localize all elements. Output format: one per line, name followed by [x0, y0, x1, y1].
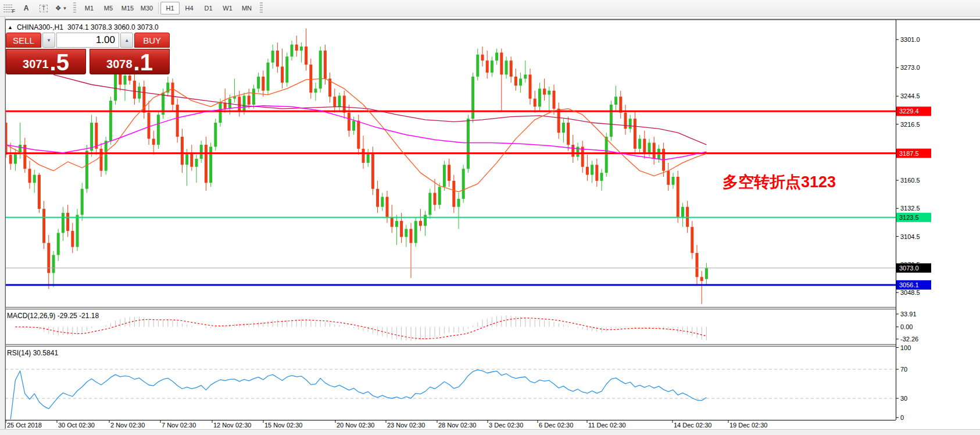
candle-body: [391, 217, 394, 227]
candle-body: [243, 95, 246, 110]
symbol-label: CHINA300-,H1: [17, 23, 63, 31]
price-tick-label: 3160.5: [900, 177, 920, 184]
sell-button[interactable]: SELL: [6, 33, 41, 48]
candle-body: [357, 121, 360, 149]
time-tick-label: 25 Oct 2018: [7, 422, 42, 429]
candle-body: [95, 123, 98, 149]
candle-body: [448, 165, 450, 181]
bid-int: 3071: [23, 58, 49, 70]
volume-decrease-button[interactable]: ▼: [42, 33, 55, 48]
candle-body: [343, 95, 346, 112]
candle-body: [443, 165, 446, 187]
candle-body: [124, 76, 127, 85]
candle-body: [395, 221, 398, 227]
candle-body: [285, 56, 288, 83]
candle-body: [257, 77, 260, 89]
candle-body: [42, 209, 45, 243]
rsi-tick-label: 30: [900, 395, 907, 402]
candle-body: [100, 149, 103, 171]
candle-body: [348, 113, 350, 131]
candle-body: [500, 52, 503, 74]
candle-body: [71, 231, 74, 247]
candle-body: [309, 65, 312, 92]
bid-price-box[interactable]: 3071 .5: [6, 49, 86, 74]
price-tick-label: 3244.5: [900, 92, 920, 99]
rsi-label: RSI(14) 30.5841: [7, 349, 58, 357]
candle-body: [205, 145, 208, 183]
candle-body: [524, 74, 527, 79]
candle-body: [638, 139, 641, 149]
candle-body: [38, 175, 41, 209]
candle-body: [338, 95, 341, 106]
candle-body: [495, 52, 498, 60]
ask-int: 3078: [106, 58, 133, 70]
candle-body: [128, 76, 131, 81]
candle-body: [148, 113, 151, 139]
candle-body: [462, 169, 465, 199]
chart-plot-area[interactable]: [5, 20, 896, 420]
candle-body: [238, 97, 241, 110]
candle-body: [90, 123, 93, 151]
candle-body: [62, 213, 65, 233]
candle-body: [52, 255, 55, 273]
volume-input[interactable]: [56, 33, 119, 48]
candle-body: [486, 60, 489, 73]
price-label-text: 3056.1: [899, 281, 919, 288]
volume-increase-button[interactable]: ▲: [120, 33, 133, 48]
candle-body: [471, 77, 474, 119]
candle-body: [600, 173, 603, 181]
ohlc-values: 3074.1 3078.3 3060.0 3073.0: [67, 23, 159, 31]
time-tick-label: 3 Dec 02:30: [489, 422, 523, 429]
candle-body: [324, 51, 327, 79]
terminal-window: F A T ❖ ▼ M1M5M15M30H1H4D1W1MN 3301.0327…: [0, 0, 980, 435]
candle-body: [562, 123, 565, 133]
candle-body: [428, 193, 431, 215]
price-label-text: 3229.4: [899, 108, 919, 115]
candle-body: [514, 77, 517, 86]
candle-body: [305, 47, 307, 65]
candle-body: [195, 159, 198, 167]
candle-body: [634, 119, 636, 149]
candle-body: [176, 105, 179, 137]
candle-body: [28, 169, 31, 183]
collapse-chart-icon[interactable]: ▲: [8, 24, 13, 30]
ask-dec: .1: [134, 52, 153, 72]
rsi-tick-label: 70: [900, 366, 907, 373]
candle-body: [696, 253, 699, 277]
candle-body: [219, 103, 222, 123]
candle-body: [529, 74, 532, 98]
ask-price-box[interactable]: 3078 .1: [90, 49, 170, 74]
candle-body: [410, 229, 413, 243]
rsi-tick-label: 100: [900, 344, 911, 351]
time-tick-label: 20 Nov 02:30: [337, 422, 374, 429]
candle-body: [538, 88, 541, 106]
one-click-trading-panel: SELL ▼ ▲ BUY 3071 .5 3078 .1: [6, 33, 170, 74]
candle-body: [553, 91, 556, 109]
macd-tick-label: -32.26: [900, 336, 918, 343]
candle-body: [667, 171, 670, 185]
time-axis: 25 Oct 201830 Oct 02:302 Nov 02:307 Nov …: [6, 420, 767, 429]
candle-body: [605, 137, 608, 173]
candle-body: [133, 81, 136, 99]
time-tick-label: 2 Nov 02:30: [110, 422, 145, 429]
candle-body: [181, 137, 184, 165]
candle-body: [248, 95, 251, 105]
candle-body: [81, 189, 84, 215]
candle-body: [543, 88, 546, 94]
window-left-edge: [0, 17, 5, 435]
candle-body: [400, 221, 403, 237]
candle-body: [185, 153, 188, 165]
candle-body: [619, 97, 622, 113]
candle-body: [452, 181, 455, 207]
candle-body: [76, 215, 79, 247]
macd-tick-label: 33.91: [900, 311, 917, 318]
candle-body: [557, 109, 560, 133]
time-tick-label: 7 Nov 02:30: [162, 422, 196, 429]
candle-body: [643, 139, 646, 153]
candle-body: [491, 60, 493, 73]
candle-body: [386, 197, 389, 216]
time-tick-label: 11 Dec 02:30: [588, 422, 626, 429]
candle-body: [319, 51, 322, 88]
buy-button[interactable]: BUY: [134, 33, 170, 48]
candle-body: [252, 88, 255, 105]
